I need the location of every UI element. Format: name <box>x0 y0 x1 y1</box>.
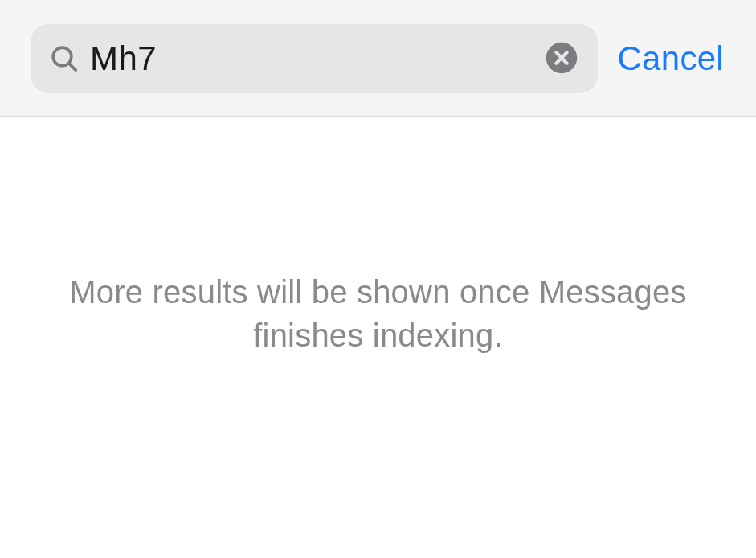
search-icon <box>48 43 80 75</box>
search-header: Cancel <box>0 0 756 117</box>
indexing-status-message: More results will be shown once Messages… <box>48 270 708 357</box>
clear-icon <box>545 41 578 77</box>
search-field[interactable] <box>31 24 598 93</box>
cancel-button[interactable]: Cancel <box>614 39 732 78</box>
results-area: More results will be shown once Messages… <box>0 117 756 543</box>
svg-line-1 <box>69 64 76 70</box>
clear-button[interactable] <box>543 40 580 77</box>
search-input[interactable] <box>90 39 543 78</box>
